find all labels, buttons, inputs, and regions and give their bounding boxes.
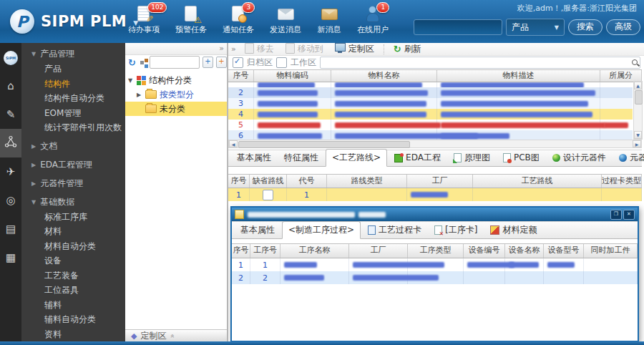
tab-tabbar1-5[interactable]: PCB图 <box>497 150 545 166</box>
search-category-select[interactable]: 产品 ▼ <box>506 19 565 36</box>
global-search-input[interactable] <box>414 19 502 35</box>
tab-ptabbar-4[interactable]: 材料定额 <box>484 222 542 238</box>
rail-item-2[interactable]: ✎ <box>0 100 21 129</box>
rail-item-3[interactable] <box>0 129 21 157</box>
sidebar-group-0[interactable]: ▼产品管理 <box>21 47 125 62</box>
table-row-2[interactable]: 3 <box>228 98 633 109</box>
material-filter-input[interactable] <box>320 57 640 69</box>
tab-ptabbar-1[interactable]: <制造工序过程> <box>282 221 361 239</box>
table-row-1[interactable]: 2 <box>228 87 633 98</box>
sidebar-item-4-1[interactable]: 材料 <box>21 224 125 239</box>
row-checkbox[interactable] <box>263 190 273 200</box>
redacted-text <box>284 275 324 281</box>
tab-label: 原理图 <box>464 152 490 164</box>
tree-root-node[interactable]: ▼结构件分类 <box>125 73 227 87</box>
sidebar-item-4-5[interactable]: 工位器具 <box>21 283 125 298</box>
tab-label: 特征属性 <box>284 152 318 164</box>
panel-chevron-icon[interactable]: » <box>231 44 236 54</box>
custom-area-footer[interactable]: ◆ 定制区 » <box>125 329 227 341</box>
collapse-chevron-icon[interactable]: » <box>219 44 224 53</box>
table-row-0[interactable] <box>228 82 633 87</box>
sidebar-item-4-3[interactable]: 设备 <box>21 253 125 268</box>
advanced-search-button[interactable]: 高级 <box>606 19 640 35</box>
table-row-4[interactable]: 5 <box>228 120 633 130</box>
rail-item-5[interactable]: ◎ <box>0 186 21 215</box>
topbar-item-online-users[interactable]: 1在线用户 <box>349 5 396 35</box>
tree-refresh-icon[interactable]: ↻ <box>128 57 136 68</box>
topbar-item-todo[interactable]: 102待办事项 <box>120 5 167 35</box>
tab-tabbar1-7[interactable]: 元器件清单 <box>613 150 644 166</box>
sidebar-item-0-0[interactable]: 产品 <box>21 62 125 77</box>
cell-text: 1 <box>238 261 243 270</box>
tree-node-0[interactable]: ▶按类型分 <box>125 87 227 102</box>
toolbar-button-2[interactable]: 定制区 <box>331 44 379 55</box>
tab-ptabbar-3[interactable]: [工序卡] <box>429 222 483 238</box>
add-category-button[interactable]: + <box>216 57 227 68</box>
more-tabs-chevron-icon[interactable]: » <box>634 155 639 164</box>
scroll-down-arrow-icon[interactable]: ▼ <box>634 131 642 139</box>
tab-ptabbar-0[interactable]: 基本属性 <box>235 222 280 238</box>
filter-checkbox-1[interactable] <box>276 57 287 68</box>
table-cell <box>600 109 633 120</box>
table-cell <box>254 82 331 87</box>
app-logo[interactable]: P SIPM PLM ▼ <box>10 9 138 34</box>
notification-badge: 1 <box>376 2 389 13</box>
rail-item-1[interactable]: ⌂ <box>0 72 21 100</box>
sidebar-item-4-8[interactable]: 资料 <box>21 327 125 342</box>
table-row-0[interactable]: 11 <box>228 188 642 201</box>
tab-tabbar1-2[interactable]: <工艺路线> <box>326 149 387 167</box>
tab-tabbar1-4[interactable]: 原理图 <box>448 150 496 166</box>
table-row-1[interactable]: 22 <box>232 271 638 284</box>
sidebar-item-4-0[interactable]: 标准工序库 <box>21 210 125 225</box>
top-bar: P SIPM PLM ▼ 102待办事项预警任务3通知任务发送消息新消息1在线用… <box>0 0 644 44</box>
add-node-button[interactable]: + <box>203 57 213 68</box>
tab-tabbar1-3[interactable]: EDA工程 <box>389 150 447 166</box>
rail-item-6[interactable]: ▤ <box>0 215 21 243</box>
toolbar-button-3[interactable]: ↻刷新 <box>389 44 426 55</box>
sidebar-item-4-2[interactable]: 材料自动分类 <box>21 239 125 254</box>
sidebar-group-2[interactable]: ▶EDA工程管理 <box>21 157 125 172</box>
horizontal-scroll-thumb[interactable] <box>238 141 410 148</box>
topbar-item-notify-tasks[interactable]: 3通知任务 <box>215 5 262 35</box>
search-button[interactable]: 搜索 <box>568 19 602 35</box>
sidebar-item-4-4[interactable]: 工艺装备 <box>21 268 125 283</box>
tab-tabbar1-1[interactable]: 特征属性 <box>278 150 324 166</box>
sidebar-item-4-6[interactable]: 辅料 <box>21 298 125 313</box>
rail-item-0[interactable]: SIPM <box>0 43 21 72</box>
topbar-item-new-message[interactable]: 新消息 <box>309 5 349 35</box>
tab-tabbar1-6[interactable]: 设计元器件 <box>547 150 612 166</box>
tab-ptabbar-2[interactable]: 工艺过程卡 <box>362 222 427 238</box>
scroll-up-arrow-icon[interactable]: ▲ <box>634 82 642 89</box>
table-row-0[interactable]: 11 <box>232 258 638 271</box>
horizontal-scrollbar[interactable]: ◀ ▶ <box>228 140 642 148</box>
tree-hierarchy-icon[interactable] <box>140 61 144 64</box>
scroll-right-arrow-icon[interactable]: ▶ <box>633 140 641 147</box>
sidebar-item-4-7[interactable]: 辅料自动分类 <box>21 312 125 327</box>
sidebar-group-1[interactable]: ▶文档 <box>21 139 125 154</box>
scroll-left-arrow-icon[interactable]: ◀ <box>229 140 238 147</box>
close-button[interactable]: ✕ <box>623 210 635 220</box>
toolbar-button-label: 移动到 <box>298 43 323 55</box>
rail-item-4[interactable]: ✈ <box>0 157 21 186</box>
sidebar-item-0-4[interactable]: 统计零部件引用次数 <box>21 120 125 135</box>
maximize-button[interactable]: ❐ <box>610 210 622 220</box>
sidebar-item-0-1[interactable]: 结构件 <box>21 77 125 92</box>
vertical-scrollbar[interactable]: ▲ ▼ <box>633 81 643 140</box>
sidebar-group-3[interactable]: ▶元器件管理 <box>21 176 125 191</box>
tab-tabbar1-0[interactable]: 基本属性 <box>231 150 277 166</box>
topbar-item-send-message[interactable]: 发送消息 <box>262 5 309 35</box>
tree-node-1[interactable]: 未分类 <box>125 102 227 116</box>
cell-text: 2 <box>238 88 243 97</box>
vertical-scroll-thumb[interactable] <box>635 90 643 105</box>
search-icon[interactable] <box>631 59 640 67</box>
redacted-text <box>335 112 426 117</box>
rail-item-7[interactable]: ▦ <box>0 243 21 272</box>
sidebar-item-0-3[interactable]: EOM管理 <box>21 106 125 121</box>
tree-filter-input[interactable] <box>150 56 200 69</box>
table-row-3[interactable]: 4 <box>228 109 633 120</box>
topbar-item-warning-tasks[interactable]: 预警任务 <box>167 5 215 35</box>
sidebar-group-4[interactable]: ▼基础数据 <box>21 195 125 210</box>
popup-title-bar[interactable]: ❐ ✕ <box>232 208 638 221</box>
filter-checkbox-0[interactable] <box>233 57 243 68</box>
sidebar-item-0-2[interactable]: 结构件自动分类 <box>21 91 125 106</box>
